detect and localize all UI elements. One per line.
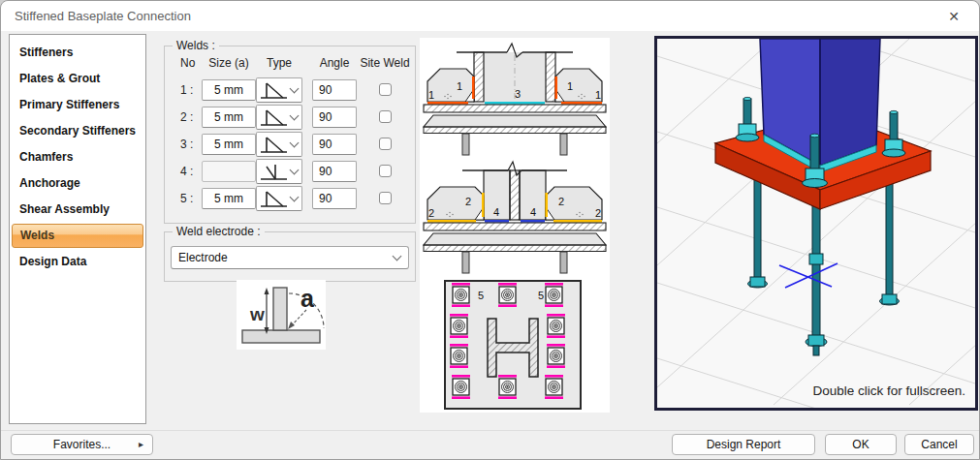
weld-location-drawings: 1 1 1 1 3 (420, 38, 610, 413)
chevron-down-icon (393, 252, 402, 261)
size-input[interactable] (202, 79, 256, 101)
size-input[interactable] (202, 107, 256, 128)
3d-model-view: Double click for fullscreen. (657, 39, 975, 408)
a-label: a (300, 285, 315, 312)
site-weld-checkbox[interactable] (379, 83, 392, 96)
electrode-group-legend: Weld electrode : (173, 225, 265, 238)
row-number: 3 : (180, 138, 193, 151)
weld-row-1: 1 : (165, 79, 417, 105)
titlebar: Stiffened Baseplate Connection ✕ (1, 1, 979, 31)
ok-button[interactable]: OK (825, 434, 897, 455)
sidebar: Stiffeners Plates & Grout Primary Stiffe… (9, 34, 146, 424)
fullscreen-hint: Double click for fullscreen. (812, 383, 965, 398)
site-weld-checkbox[interactable] (379, 110, 392, 123)
w-label: w (249, 304, 265, 324)
row-number: 5 : (180, 192, 193, 205)
cancel-label: Cancel (921, 438, 957, 451)
sidebar-item-chamfers[interactable]: Chamfers (10, 144, 145, 170)
weld1-label: 1 (595, 89, 601, 101)
weld2-label: 2 (465, 196, 471, 207)
weld-type-dropdown[interactable] (256, 159, 302, 184)
angle-input[interactable] (312, 134, 357, 155)
welds-group: Welds : No Size (a) Type Angle Site Weld… (164, 46, 416, 224)
column-header-no: No (180, 56, 195, 70)
row-number: 2 : (180, 110, 193, 124)
chevron-down-icon (290, 138, 300, 148)
weld-type-dropdown[interactable] (256, 186, 302, 211)
size-input[interactable] (202, 134, 256, 155)
submenu-arrow-icon: ▸ (139, 439, 143, 449)
weld-size-diagram: w a (237, 280, 326, 350)
bevel-weld-icon (259, 161, 288, 182)
weld-type-dropdown[interactable] (256, 105, 302, 130)
weld1-label: 1 (457, 80, 462, 92)
column-header-size: Size (a) (202, 56, 256, 70)
column-header-site-weld: Site Weld (355, 56, 415, 70)
cancel-button[interactable]: Cancel (904, 434, 974, 455)
sidebar-item-primary-stiffeners[interactable]: Primary Stiffeners (10, 92, 145, 118)
weld-size-diagram-image: w a (237, 280, 326, 350)
angle-input[interactable] (312, 107, 357, 128)
size-input[interactable] (202, 188, 256, 209)
weld-row-3: 3 : (165, 134, 417, 159)
web-section-drawing: 2 2 2 2 4 4 (420, 160, 610, 278)
column-header-type: Type (252, 56, 306, 70)
weld-row-2: 2 : (165, 107, 417, 132)
chevron-down-icon (290, 84, 300, 94)
favorites-button[interactable]: Favorites... ▸ (11, 434, 153, 455)
weld-electrode-group: Weld electrode : Electrode (164, 231, 416, 282)
weld2-label: 2 (558, 196, 564, 207)
angle-input[interactable] (312, 79, 357, 101)
electrode-dropdown[interactable]: Electrode (171, 246, 409, 269)
design-report-button[interactable]: Design Report (672, 434, 815, 455)
electrode-selected-value: Electrode (178, 251, 228, 264)
row-number: 4 : (180, 165, 193, 178)
weld1-label: 1 (428, 89, 434, 101)
sidebar-item-stiffeners[interactable]: Stiffeners (10, 40, 145, 66)
chevron-down-icon (290, 111, 300, 121)
ok-label: OK (852, 438, 869, 451)
weld-row-5: 5 : (165, 188, 417, 213)
sidebar-item-anchorage[interactable]: Anchorage (10, 170, 145, 197)
site-weld-checkbox[interactable] (379, 165, 392, 177)
chevron-down-icon (290, 193, 300, 202)
fillet-weld-icon (259, 79, 288, 101)
axis-marker (779, 263, 838, 288)
close-icon[interactable]: ✕ (934, 3, 973, 29)
weld5-label: 5 (538, 290, 544, 301)
row-number: 1 : (180, 83, 193, 97)
dialog-title: Stiffened Baseplate Connection (15, 9, 191, 23)
weld5-label: 5 (478, 290, 484, 301)
weld-type-dropdown[interactable] (256, 132, 302, 157)
design-report-label: Design Report (707, 438, 781, 451)
sidebar-item-secondary-stiffeners[interactable]: Secondary Stiffeners (10, 118, 145, 144)
plan-view-drawing: 5 5 (441, 278, 588, 414)
weld3-label: 3 (515, 88, 521, 100)
fillet-weld-icon (259, 188, 288, 209)
sidebar-item-plates-grout[interactable]: Plates & Grout (10, 66, 145, 92)
weld-type-dropdown[interactable] (256, 77, 302, 103)
site-weld-checkbox[interactable] (379, 138, 392, 150)
fillet-weld-icon (259, 134, 288, 155)
angle-input[interactable] (312, 161, 357, 182)
flange-section-drawing: 1 1 1 1 3 (420, 42, 610, 160)
footer-separator (1, 430, 979, 431)
stiffened-baseplate-dialog: Stiffened Baseplate Connection ✕ Stiffen… (0, 0, 980, 460)
3d-viewer[interactable]: Double click for fullscreen. (654, 36, 978, 411)
weld4-label: 4 (530, 206, 536, 218)
sidebar-item-welds[interactable]: Welds (12, 224, 143, 248)
weld1-label: 1 (567, 80, 573, 92)
weld2-label: 2 (428, 207, 434, 219)
sidebar-item-design-data[interactable]: Design Data (10, 249, 145, 275)
welds-group-legend: Welds : (173, 39, 219, 52)
site-weld-checkbox[interactable] (379, 192, 392, 204)
angle-input[interactable] (312, 188, 357, 209)
weld4-label: 4 (493, 206, 499, 218)
chevron-down-icon (290, 166, 300, 175)
fillet-weld-icon (259, 107, 288, 128)
column-header-angle: Angle (310, 56, 359, 70)
favorites-label: Favorites... (53, 438, 111, 451)
weld-row-4: 4 : (165, 161, 417, 186)
sidebar-item-shear-assembly[interactable]: Shear Assembly (10, 197, 145, 223)
size-input (202, 161, 256, 182)
